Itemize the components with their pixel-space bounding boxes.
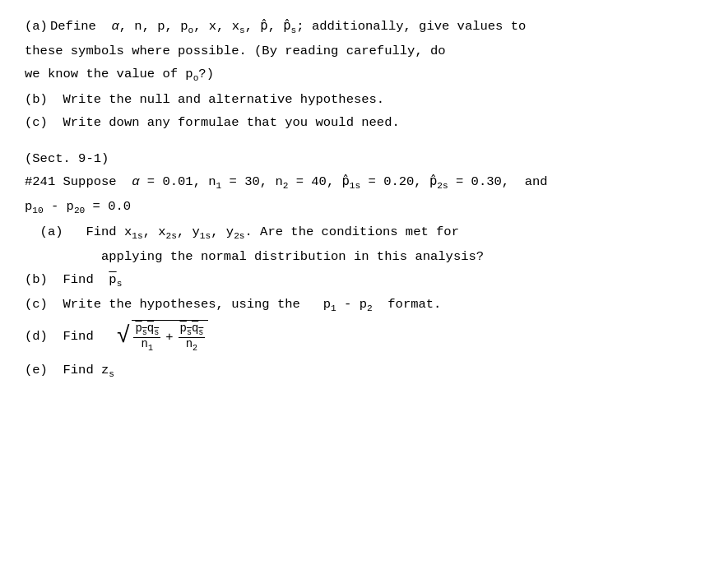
line3-text: we know the value of po?) [25, 67, 214, 81]
p241-part-d: (d) Find √ psqs n1 + psqs n2 [25, 320, 685, 353]
part-a-comma: , n, p, po, x, xs, [119, 19, 261, 34]
p241-d-label: (d) Find [25, 326, 117, 346]
plus-sign: + [165, 327, 173, 347]
fraction-group: psqs n1 + psqs n2 [133, 322, 205, 353]
frac2-num: psqs [179, 322, 206, 338]
frac1-num: psqs [133, 322, 160, 338]
p241-part-a-line2: applying the normal distribution in this… [25, 247, 685, 266]
part-c-label: (c) Write down any formulae that you wou… [25, 115, 400, 130]
qs2-overline: qs [192, 322, 203, 335]
alpha-symbol: α [132, 174, 139, 189]
ps2-overline: ps [180, 322, 192, 335]
section-text: (Sect. 9-1) [25, 151, 109, 166]
p10-p20-line: p10 - p20 = 0.0 [25, 197, 685, 218]
section-label: (Sect. 9-1) [25, 149, 685, 169]
problem-intro-c: (c) Write down any formulae that you wou… [25, 113, 685, 132]
main-content: (a) Define α, n, p, po, x, xs, p̂, p̂s; … [25, 16, 685, 382]
p241-part-a: (a) Find x1s, x2s, y1s, y2s. Are the con… [25, 222, 685, 243]
frac1-den: n1 [140, 338, 155, 353]
suppose-word: Suppose [63, 174, 132, 189]
p241-a-line2-text: applying the normal distribution in this… [25, 249, 484, 264]
part-b-label: (b) Write the null and alternative hypot… [25, 92, 384, 107]
p10-text: p10 - p20 = 0.0 [25, 199, 131, 214]
sqrt-symbol: √ [117, 326, 131, 346]
frac2-den: n2 [184, 338, 199, 353]
p241-a-label: (a) Find x1s, x2s, y1s, y2s. Are the con… [25, 225, 459, 239]
pbar-symbol: p [109, 272, 116, 287]
problem-number: #241 [25, 174, 63, 189]
p241-e-label: (e) Find zs [25, 363, 114, 377]
part-a-symbols: α [111, 19, 118, 34]
frac1: psqs n1 [133, 322, 160, 353]
p1-p2-format: p1 - p2 format. [323, 297, 442, 312]
phats-symbol: p̂s [283, 19, 296, 34]
frac2: psqs n2 [179, 322, 206, 353]
equals-alpha: = 0.01, n1 = 30, n2 = 40, p̂1s = 0.20, p… [140, 174, 548, 189]
pbar-s: s [117, 272, 123, 287]
problem-intro-a: (a) Define α, n, p, po, x, xs, p̂, p̂s; … [25, 16, 685, 38]
line2-text: these symbols where possible. (By readin… [25, 44, 446, 58]
problem-intro-a-line3: we know the value of po?) [25, 64, 685, 86]
problem-intro-b: (b) Write the null and alternative hypot… [25, 90, 685, 109]
comma2: , [268, 19, 284, 34]
p241-part-b: (b) Find ps [25, 270, 685, 291]
problem-intro-a-line2: these symbols where possible. (By readin… [25, 41, 685, 61]
problem-241-header: #241 Suppose α = 0.01, n1 = 30, n2 = 40,… [25, 172, 685, 193]
ps-overline: ps [135, 322, 146, 335]
sqrt-content: psqs n1 + psqs n2 [132, 320, 208, 353]
phat-symbol: p̂ [260, 19, 267, 34]
p241-part-c: (c) Write the hypotheses, using the p1 -… [25, 294, 685, 316]
part-a-label: (a) Define [25, 19, 111, 34]
p241-b-label: (b) Find [25, 272, 109, 287]
qs-overline: qs [147, 322, 159, 335]
spacer1 [25, 136, 685, 149]
semicolon: ; additionally, give values to [296, 19, 526, 34]
p241-c-label: (c) Write the hypotheses, using the [25, 297, 323, 312]
p241-part-e: (e) Find zs [25, 360, 685, 382]
sqrt-expression: √ psqs n1 + psqs n2 [117, 320, 209, 353]
